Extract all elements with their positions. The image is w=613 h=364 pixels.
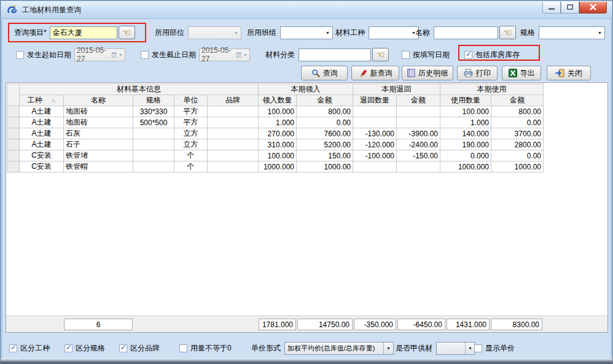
table-row[interactable]: A土建地面砖500*500平方1.0000.001.0000.00	[7, 117, 544, 128]
cell: 5200.00	[297, 139, 353, 150]
row-selector[interactable]	[7, 161, 20, 172]
spec-select[interactable]: ▼	[539, 26, 605, 39]
row-selector[interactable]	[7, 117, 20, 128]
cell: 800.00	[297, 106, 353, 117]
column-header-unit[interactable]: 单位	[174, 95, 208, 106]
column-header-received-amount[interactable]: 金额	[297, 95, 353, 106]
location-label: 所用部位	[155, 28, 184, 38]
name-field-group: 名称 ☜	[415, 26, 516, 39]
maximize-button[interactable]	[561, 2, 579, 14]
name-picker-button[interactable]: ☜	[499, 26, 516, 39]
cell: 1000.000	[440, 161, 491, 172]
minimize-button[interactable]	[542, 2, 561, 14]
material-type-select[interactable]: ▼	[369, 26, 419, 39]
include-warehouse-checkbox[interactable]	[464, 51, 472, 59]
cell	[133, 139, 174, 150]
row-selector[interactable]	[7, 139, 20, 150]
row-selector[interactable]	[7, 150, 20, 161]
options-toolbar: 区分工种 区分规格 区分品牌 用量不等于0 单价形式 加权平均价(总库值/总库存…	[2, 337, 611, 360]
category-field-group: 材料分类 ☜	[265, 48, 389, 61]
window-bottom-border	[1, 358, 612, 363]
grid-body: A土建地面砖330*330平方100.000800.00100.000800.0…	[7, 106, 544, 172]
cell: 800.00	[491, 106, 544, 117]
start-date-checkbox[interactable]	[16, 51, 24, 59]
column-header-used-qty[interactable]: 使用数量	[440, 95, 491, 106]
row-selector[interactable]	[7, 128, 20, 139]
by-fill-date-checkbox[interactable]	[402, 51, 410, 59]
column-header-returned-qty[interactable]: 退回数量	[353, 95, 397, 106]
name-input[interactable]	[434, 26, 498, 39]
table-row[interactable]: A土建地面砖330*330平方100.000800.00100.000800.0…	[7, 106, 544, 117]
category-picker-button[interactable]: ☜	[372, 48, 389, 61]
cell: 1.000	[440, 117, 491, 128]
cell: 1000.000	[259, 161, 297, 172]
cell: 立方	[174, 139, 208, 150]
cell: 0.000	[440, 150, 491, 161]
cell: 0.00	[491, 117, 544, 128]
price-form-group: 单价形式 加权平均价(总库值/总库存量)▼	[251, 342, 394, 355]
cell: 平方	[174, 106, 208, 117]
team-label: 所用班组	[247, 28, 276, 38]
end-date-checkbox[interactable]	[141, 51, 149, 59]
end-date-input: 2015-05-27 ▼	[199, 48, 250, 61]
history-detail-button[interactable]: 历史明细	[402, 66, 453, 80]
distinguish-worktype-checkbox[interactable]	[9, 344, 17, 352]
table-row[interactable]: C安装铁管帽个1000.0001000.001000.0001000.00	[7, 161, 544, 172]
print-button[interactable]: 打印	[457, 66, 498, 80]
row-selector[interactable]	[7, 106, 20, 117]
export-button[interactable]: 导出	[502, 66, 541, 80]
cell: 140.000	[440, 128, 491, 139]
group-header-basic-info: 材料基本信息	[20, 84, 259, 95]
category-input[interactable]	[299, 48, 371, 61]
hand-pointer-icon: ☜	[122, 27, 130, 38]
chevron-down-icon: ▼	[465, 343, 475, 354]
table-row[interactable]: A土建石灰立方270.0007600.00-130.000-3900.00140…	[7, 128, 544, 139]
end-date-group: 发生截止日期 2015-05-27 ▼	[141, 48, 250, 61]
cell: 地面砖	[64, 117, 133, 128]
query-button[interactable]: 查询	[301, 66, 348, 80]
column-header-used-amount[interactable]: 金额	[491, 95, 544, 106]
distinguish-spec-checkbox[interactable]	[64, 344, 72, 352]
column-header-spec[interactable]: 规格	[133, 95, 174, 106]
spec-label: 规格	[520, 28, 535, 38]
column-header-name[interactable]: 名称	[64, 95, 133, 106]
project-picker-button[interactable]: ☜	[119, 26, 135, 39]
table-row[interactable]: C安装铁管堵个100.000150.00-100.000-150.000.000…	[7, 150, 544, 161]
cell: 150.00	[297, 150, 353, 161]
close-window-button[interactable]: 关闭	[547, 66, 591, 80]
supply-select[interactable]: ▼	[436, 342, 475, 355]
distinguish-brand-checkbox[interactable]	[119, 344, 127, 352]
price-form-select[interactable]: 加权平均价(总库值/总库存量)▼	[284, 342, 394, 355]
cell: -100.000	[353, 150, 397, 161]
cell	[397, 106, 440, 117]
new-query-button[interactable]: 新查询	[351, 66, 399, 80]
cell: 7600.00	[297, 128, 353, 139]
project-input[interactable]: 金石大厦	[50, 26, 117, 39]
cell: A土建	[20, 139, 64, 150]
column-header-received-qty[interactable]: 领入数量	[259, 95, 297, 106]
cell: 石子	[64, 139, 133, 150]
cell: 石灰	[64, 128, 133, 139]
search-icon	[311, 69, 320, 77]
start-date-input: 2015-05-27 ▼	[74, 48, 125, 61]
usage-not-zero-checkbox[interactable]	[179, 344, 187, 352]
close-button[interactable]	[579, 2, 607, 14]
cell: 铁管帽	[64, 161, 133, 172]
show-price-checkbox[interactable]	[474, 344, 482, 352]
location-select: ▼	[188, 26, 241, 39]
cell	[353, 106, 397, 117]
show-price-group: 显示单价	[474, 342, 515, 355]
column-header-returned-amount[interactable]: 金额	[397, 95, 440, 106]
team-select[interactable]: ▼	[280, 26, 333, 39]
cell	[208, 128, 259, 139]
cell	[353, 117, 397, 128]
column-header-worktype[interactable]: 工种	[20, 95, 64, 106]
column-header-brand[interactable]: 品牌	[208, 95, 259, 106]
query-form: 查询项目* 金石大厦 ☜ 所用部位 ▼ 所用班组 ▼ 材料工种 ▼ 名称 ☜	[2, 19, 611, 82]
supply-label: 是否甲供材	[396, 343, 432, 354]
group-header-used: 本期使用	[440, 84, 544, 95]
cell	[397, 161, 440, 172]
spec-field-group: 规格 ▼	[520, 26, 605, 39]
table-row[interactable]: A土建石子立方310.0005200.00-120.000-2400.00190…	[7, 139, 544, 150]
summary-used-qty: 1431.000	[447, 319, 490, 330]
